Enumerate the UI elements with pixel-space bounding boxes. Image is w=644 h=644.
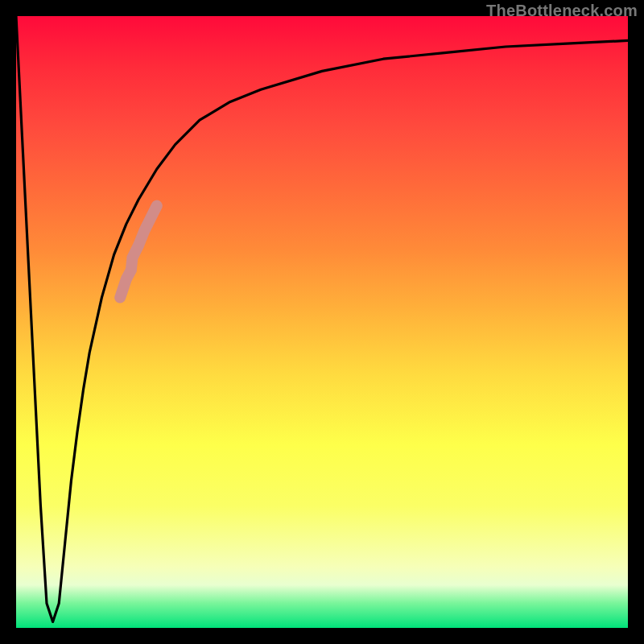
bottleneck-curve bbox=[16, 16, 628, 621]
highlighted-range bbox=[120, 206, 157, 298]
watermark-text: TheBottleneck.com bbox=[486, 2, 638, 20]
chart-frame: TheBottleneck.com bbox=[0, 0, 644, 644]
plot-area bbox=[16, 16, 628, 628]
chart-svg bbox=[16, 16, 628, 628]
